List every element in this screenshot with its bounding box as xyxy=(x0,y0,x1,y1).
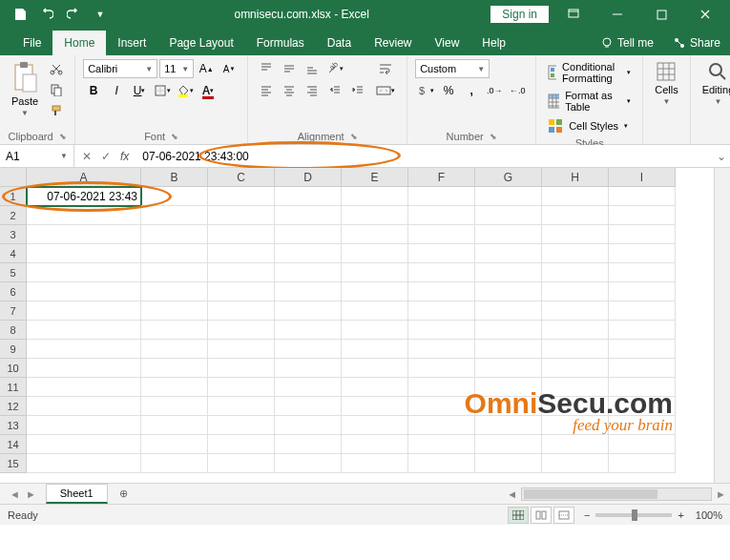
increase-font-button[interactable]: A▲ xyxy=(196,59,217,78)
cell[interactable] xyxy=(609,282,676,301)
cell[interactable] xyxy=(475,244,542,263)
comma-button[interactable]: , xyxy=(461,81,482,100)
name-box[interactable]: A1▼ xyxy=(0,145,74,167)
align-bottom-button[interactable] xyxy=(302,59,323,78)
clipboard-launcher-icon[interactable]: ⬊ xyxy=(59,132,67,141)
col-header-a[interactable]: A xyxy=(27,168,141,187)
decrease-indent-button[interactable] xyxy=(324,81,345,100)
col-header-c[interactable]: C xyxy=(208,168,275,187)
cell[interactable] xyxy=(208,397,275,416)
cut-button[interactable] xyxy=(46,59,67,78)
cell[interactable] xyxy=(275,454,342,473)
cell[interactable] xyxy=(342,187,408,206)
col-header-d[interactable]: D xyxy=(275,168,342,187)
cell[interactable] xyxy=(342,340,408,359)
conditional-formatting-button[interactable]: Conditional Formatting▾ xyxy=(544,59,635,86)
cell[interactable] xyxy=(27,340,141,359)
cell[interactable] xyxy=(27,263,141,282)
cell[interactable] xyxy=(27,397,141,416)
cell-styles-button[interactable]: Cell Styles▾ xyxy=(544,116,635,135)
fill-color-button[interactable]: ▾ xyxy=(175,81,196,100)
paste-button[interactable]: Paste ▼ xyxy=(8,59,42,119)
cell[interactable] xyxy=(275,263,342,282)
cell[interactable] xyxy=(275,378,342,397)
sheet-nav-prev-icon[interactable]: ◄ xyxy=(10,488,20,500)
qat-customize-icon[interactable]: ▼ xyxy=(88,2,113,27)
cell[interactable] xyxy=(609,416,676,435)
cell[interactable] xyxy=(275,187,342,206)
underline-button[interactable]: U▾ xyxy=(129,81,150,100)
cancel-formula-icon[interactable]: ✕ xyxy=(82,150,92,163)
row-header[interactable]: 12 xyxy=(0,397,27,416)
decrease-font-button[interactable]: A▼ xyxy=(219,59,240,78)
cell[interactable] xyxy=(208,321,275,340)
cell[interactable] xyxy=(27,282,141,301)
cell[interactable] xyxy=(609,263,676,282)
cell[interactable] xyxy=(609,321,676,340)
cell[interactable] xyxy=(141,321,208,340)
cell[interactable] xyxy=(208,225,275,244)
cell[interactable] xyxy=(141,340,208,359)
cell[interactable] xyxy=(408,321,475,340)
add-sheet-button[interactable]: ⊕ xyxy=(114,487,135,500)
normal-view-button[interactable] xyxy=(508,507,529,524)
cell[interactable] xyxy=(408,378,475,397)
tab-view[interactable]: View xyxy=(424,31,471,55)
format-as-table-button[interactable]: Format as Table▾ xyxy=(544,88,635,114)
page-layout-view-button[interactable] xyxy=(531,507,552,524)
number-format-select[interactable]: Custom▼ xyxy=(415,59,490,78)
increase-indent-button[interactable] xyxy=(347,81,368,100)
format-painter-button[interactable] xyxy=(46,101,67,120)
cell[interactable] xyxy=(27,378,141,397)
cell[interactable] xyxy=(408,282,475,301)
cell[interactable] xyxy=(542,301,609,321)
cell[interactable] xyxy=(609,359,676,378)
number-launcher-icon[interactable]: ⬊ xyxy=(490,132,497,141)
cell[interactable] xyxy=(475,321,542,340)
row-header[interactable]: 3 xyxy=(0,225,27,244)
enter-formula-icon[interactable]: ✓ xyxy=(101,150,111,163)
cell[interactable] xyxy=(475,454,542,473)
cell[interactable] xyxy=(408,359,475,378)
cell[interactable] xyxy=(275,244,342,263)
cell[interactable] xyxy=(275,340,342,359)
ribbon-options-icon[interactable] xyxy=(554,0,593,29)
cell[interactable] xyxy=(342,454,408,473)
tab-home[interactable]: Home xyxy=(52,31,106,55)
cell[interactable] xyxy=(542,359,609,378)
sheet-tab-sheet1[interactable]: Sheet1 xyxy=(46,484,108,504)
orientation-button[interactable]: ab▾ xyxy=(324,59,345,78)
tab-data[interactable]: Data xyxy=(316,31,363,55)
cell[interactable] xyxy=(342,359,408,378)
borders-button[interactable]: ▾ xyxy=(152,81,173,100)
cell[interactable] xyxy=(208,282,275,301)
cell[interactable] xyxy=(275,397,342,416)
align-left-button[interactable] xyxy=(256,81,277,100)
cell[interactable] xyxy=(27,206,141,225)
row-header[interactable]: 7 xyxy=(0,301,27,321)
cell[interactable] xyxy=(141,359,208,378)
percent-button[interactable]: % xyxy=(438,81,459,100)
cell[interactable] xyxy=(342,397,408,416)
cell[interactable] xyxy=(208,454,275,473)
cell[interactable] xyxy=(27,321,141,340)
cell[interactable] xyxy=(27,435,141,454)
copy-button[interactable] xyxy=(46,80,67,99)
cell[interactable] xyxy=(141,454,208,473)
cell[interactable] xyxy=(609,225,676,244)
cell[interactable] xyxy=(475,359,542,378)
cells-area[interactable]: 07-06-2021 23:43 xyxy=(27,187,676,473)
cell[interactable] xyxy=(208,378,275,397)
cell[interactable] xyxy=(542,397,609,416)
close-button[interactable] xyxy=(686,0,724,29)
vertical-scrollbar[interactable] xyxy=(714,168,730,483)
cell[interactable] xyxy=(342,378,408,397)
cell[interactable] xyxy=(609,454,676,473)
expand-formula-bar-icon[interactable]: ⌄ xyxy=(713,150,730,163)
share-button[interactable]: Share xyxy=(663,31,730,55)
tab-review[interactable]: Review xyxy=(363,31,423,55)
cell[interactable] xyxy=(342,435,408,454)
cell[interactable] xyxy=(27,225,141,244)
merge-center-button[interactable]: ▾ xyxy=(372,81,399,100)
cell[interactable] xyxy=(141,263,208,282)
